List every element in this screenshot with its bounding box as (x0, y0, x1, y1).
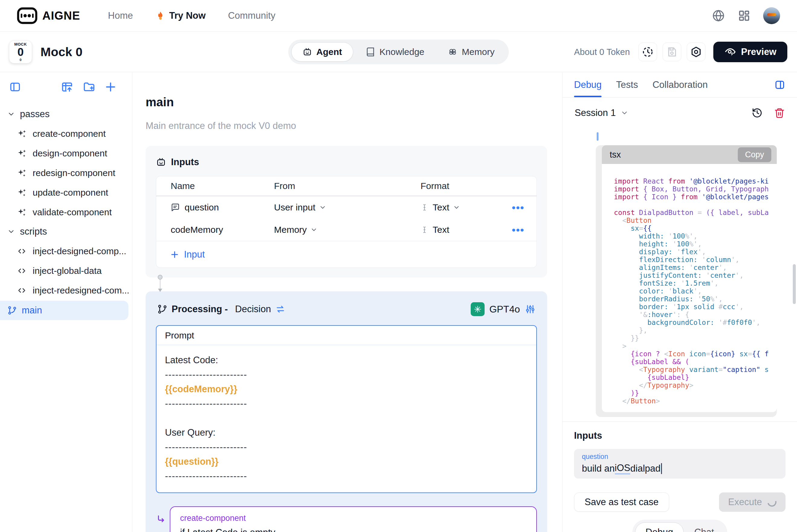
sidebar-item-main-selected[interactable]: main (0, 301, 128, 320)
code-token: center (693, 264, 719, 271)
code-token: {{ (643, 224, 652, 232)
tree-group-scripts[interactable]: scripts (0, 222, 132, 241)
model-settings-icon[interactable] (525, 304, 536, 315)
sidebar-item-inject-designed-comp[interactable]: inject-designed-comp... (0, 241, 132, 261)
new-folder-icon[interactable] (82, 81, 95, 93)
inputs-table-header: NameFromFormat (156, 176, 537, 196)
session-selector[interactable]: Session 1 (575, 108, 628, 118)
delete-session-icon[interactable] (774, 108, 785, 118)
workflow-icon (157, 304, 167, 314)
question-input[interactable]: question build an iOS dialpad (574, 449, 785, 478)
add-input-button[interactable]: Input (170, 249, 205, 260)
save-test-case-button[interactable]: Save as test case (574, 492, 669, 512)
code-token: ' (681, 279, 685, 287)
prompt-template-variable: {{codeMemory}} (165, 382, 528, 396)
globe-icon[interactable] (712, 9, 725, 22)
tab-memory[interactable]: Memory (437, 42, 506, 62)
flame-icon (155, 11, 166, 21)
sidebar-item-redesign-component[interactable]: redesign-component (0, 163, 132, 183)
spinner-icon (766, 496, 778, 509)
mode-debug[interactable]: Debug (635, 522, 684, 532)
sidebar-item-create-component[interactable]: create-component (0, 124, 132, 144)
split-panel-icon[interactable] (774, 79, 785, 91)
code-token: < (614, 366, 643, 374)
branch-create-component[interactable]: create-component if Latest Code is empty (170, 506, 537, 532)
sidebar-item-validate-component[interactable]: validate-component (0, 202, 132, 222)
code-line: {subLabel} (614, 374, 777, 381)
prompt-line: User Query: (165, 425, 528, 440)
history-button[interactable] (638, 42, 657, 61)
nav-link-home[interactable]: Home (108, 10, 133, 21)
aigne-logo-icon (17, 7, 37, 24)
question-input-label: question (582, 453, 778, 461)
nav-link-try-now[interactable]: Try Now (155, 10, 206, 21)
settings-button[interactable] (687, 42, 705, 61)
prompt-editor[interactable]: Prompt Latest Code:---------------------… (156, 325, 537, 493)
sidebar-item-inject-redesigned-com[interactable]: inject-redesigned-com... (0, 281, 132, 300)
from-value: User input (274, 202, 315, 212)
code-line: {subLabel && ( (614, 358, 777, 366)
code-language-label: tsx (610, 150, 621, 160)
branch-name: create-component (180, 514, 526, 523)
copy-code-button[interactable]: Copy (738, 147, 771, 162)
from-select[interactable]: User input (274, 202, 326, 212)
code-line: > (614, 342, 777, 350)
from-value: Memory (274, 225, 307, 235)
code-token: 1.5rem (685, 279, 710, 287)
row-actions-button[interactable]: ••• (503, 202, 537, 213)
from-select[interactable]: Memory (274, 225, 317, 235)
row-actions-button[interactable]: ••• (503, 224, 537, 236)
code-token: Button (627, 216, 652, 224)
brand[interactable]: AIGNE (17, 7, 80, 24)
code-token: )} (614, 389, 639, 397)
chevron-down-icon (310, 226, 317, 233)
code-token: flexDirection: (614, 256, 702, 264)
code-token: %', (689, 240, 702, 248)
sidebar-item-update-component[interactable]: update-component (0, 183, 132, 202)
execute-button[interactable]: Execute (719, 492, 785, 512)
openai-logo-icon: ✳ (471, 302, 485, 316)
panel-scrollbar[interactable] (793, 264, 796, 304)
user-avatar[interactable] (763, 7, 780, 24)
tab-agent[interactable]: Agent (291, 42, 353, 62)
agent-description[interactable]: Main entrance of the mock V0 demo (146, 120, 547, 131)
model-name[interactable]: GPT4o (489, 304, 520, 315)
preview-button[interactable]: Preview (713, 42, 787, 62)
prompt-content[interactable]: Latest Code:------------------------{{co… (156, 345, 536, 492)
swap-icon[interactable] (275, 304, 285, 314)
save-icon-button[interactable] (663, 42, 681, 61)
code-token: Button (631, 397, 655, 405)
chevron-down-icon (453, 204, 460, 211)
tab-knowledge[interactable]: Knowledge (354, 42, 435, 62)
tree-group-passes[interactable]: passes (0, 104, 132, 124)
text-cursor-icon (421, 203, 428, 212)
format-select[interactable]: Text (433, 225, 449, 235)
import-table-icon[interactable] (61, 81, 73, 93)
panel-tab-collaboration[interactable]: Collaboration (653, 73, 708, 97)
session-output: tsx Copy import React from '@blocklet/pa… (562, 122, 797, 421)
question-input-value[interactable]: build an iOS dialpad (582, 462, 778, 474)
sidebar-item-design-component[interactable]: design-component (0, 144, 132, 163)
code-token: = (698, 209, 706, 216)
apps-grid-icon[interactable] (738, 10, 750, 22)
format-select[interactable]: Text (433, 202, 460, 212)
panel-tab-debug[interactable]: Debug (574, 73, 601, 97)
sidebar-item-inject-global-data[interactable]: inject-global-data (0, 261, 132, 281)
nav-link-community[interactable]: Community (228, 10, 276, 21)
inputs-card: Inputs NameFromFormat questionUser input… (146, 146, 547, 278)
session-history-icon[interactable] (752, 108, 763, 118)
tree-item-label: update-component (33, 188, 108, 198)
code-token: = (706, 350, 710, 358)
mode-chat[interactable]: Chat (684, 522, 724, 532)
app-icon[interactable]: MOCK 0 0 (9, 40, 32, 63)
panel-tab-tests[interactable]: Tests (616, 73, 638, 97)
prompt-line: ------------------------ (165, 367, 528, 382)
nav-link-label: Community (228, 10, 276, 21)
code-token: justifyContent: (614, 271, 706, 279)
add-icon[interactable] (104, 81, 117, 93)
branch-arrow-icon (156, 506, 170, 532)
tree-item-label: inject-redesigned-com... (33, 285, 129, 296)
collapse-panel-icon[interactable] (9, 81, 21, 93)
processing-name[interactable]: Decision (235, 304, 271, 315)
code-token: </ (614, 381, 647, 389)
